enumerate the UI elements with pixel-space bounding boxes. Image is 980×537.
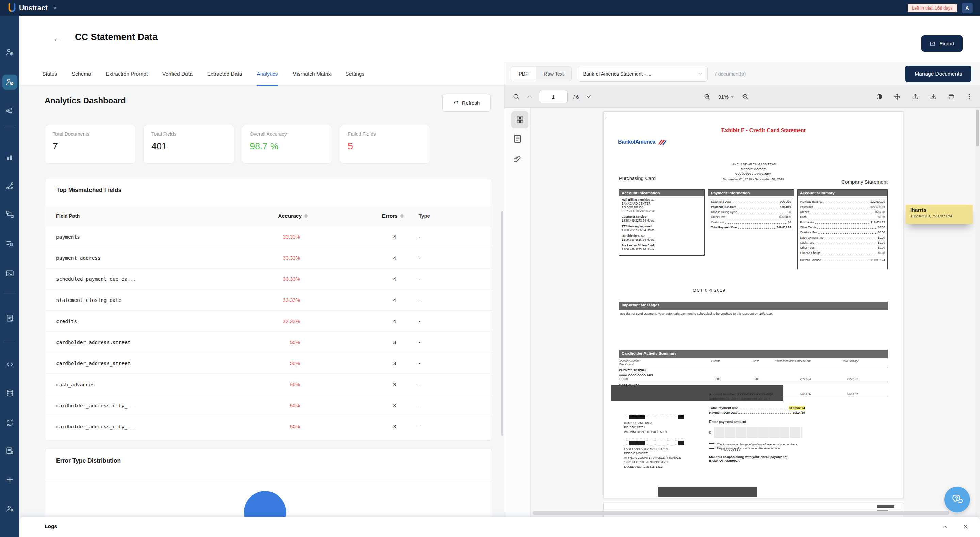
help-chat-button[interactable] [944,487,970,513]
print-icon[interactable] [948,93,955,100]
address-change-text: Check here for a change of mailing addre… [717,443,805,451]
error-distribution-title: Error Type Distribution [56,457,121,465]
tab-settings[interactable]: Settings [345,62,364,86]
coupon-period-line: September 01, 2019 - September 30, 2019 [709,397,805,400]
page-number-input[interactable] [539,90,568,104]
col-accuracy[interactable]: Accuracy [231,213,316,219]
accuracy-sort-icon[interactable] [304,214,308,218]
analytics-scrollbar[interactable] [501,211,503,436]
table-row: statement_closing_date33.33%4- [45,289,492,310]
amount-entry-boxes [714,427,802,438]
table-row: cardholder_address_city_...50%3- [45,416,492,437]
back-button[interactable]: ← [53,35,62,43]
address-change-checkbox[interactable] [709,443,714,449]
outline-icon[interactable] [513,134,522,143]
contrast-icon[interactable] [875,93,883,100]
sidebar-item-sync-icon[interactable] [5,417,15,428]
sidebar-item-dashboard-icon[interactable] [5,153,15,163]
logs-expand-chevron-up-icon[interactable] [941,523,948,530]
sidebar-item-terminal-icon[interactable] [5,268,15,278]
sidebar-item-pipelines-icon[interactable] [5,209,15,220]
refresh-icon [453,100,459,105]
upload-icon[interactable] [912,93,919,100]
pan-icon[interactable] [894,93,901,100]
annotation-note[interactable]: lharris 10/29/2019, 7:31:07 PM [906,204,972,224]
purchasing-card-heading: Purchasing Card [619,175,656,181]
sidebar-item-prompt-studio-icon[interactable] [2,75,18,89]
tab-analytics[interactable]: Analytics [256,62,278,86]
unstract-logo[interactable]: Unstract [8,3,48,13]
manage-documents-button[interactable]: Manage Documents [905,66,972,82]
sidebar-item-settings-user-icon[interactable] [5,504,15,514]
panel-divider [504,62,504,517]
enter-payment-amount-label: Enter payment amount [709,420,805,424]
sidebar-item-review-icon[interactable] [5,313,15,323]
error-distribution-pie [244,491,286,517]
text-cursor-artifact [605,114,605,119]
pdf-panel-header: PDF Raw Text Bank of America Statement -… [504,62,980,86]
sidebar-item-database-icon[interactable] [5,388,15,398]
table-row: payment_address33.33%4- [45,247,492,268]
mismatch-table-header: Field Path Accuracy Errors Type [45,206,492,226]
view-toggle-raw-text[interactable]: Raw Text [536,67,571,81]
zoom-level: 91% [718,94,729,100]
document-count: 7 document(s) [714,71,746,76]
coupon-account-line: Account Number: XXXX-XXXX-XXXX-6824 [709,392,805,396]
refresh-button[interactable]: Refresh [442,94,491,112]
tab-extracted-data[interactable]: Extracted Data [207,62,242,86]
logs-close-icon[interactable] [962,523,969,530]
sidebar-item-logs-doc-icon[interactable] [5,445,15,456]
chat-question-icon [951,493,964,506]
sidebar-item-agents-icon[interactable] [5,47,15,57]
col-errors-label: Errors [382,213,398,219]
document-select-value: Bank of America Statement - ... [583,71,651,76]
attachments-paperclip-icon[interactable] [513,155,522,163]
mismatch-title: Top Mismatched Fields [56,186,121,194]
unstract-u-icon [8,3,16,13]
document-select[interactable]: Bank of America Statement - ... [578,66,708,82]
tab-status[interactable]: Status [42,62,57,86]
avatar[interactable]: A [962,3,972,13]
tab-extraction-prompt[interactable]: Extraction Prompt [106,62,148,86]
logs-bar[interactable]: Logs [19,517,980,537]
tab-mismatch-matrix[interactable]: Mismatch Matrix [292,62,331,86]
sidebar-item-api-icon[interactable] [5,359,15,370]
next-page-chevron-down-icon[interactable] [585,93,592,100]
tab-schema[interactable]: Schema [72,62,91,86]
zoom-in-icon[interactable] [741,93,749,100]
horizontal-scrollbar[interactable] [533,511,950,515]
sidebar-item-add-icon[interactable] [5,474,15,484]
search-icon[interactable] [512,93,520,100]
errors-sort-icon[interactable] [400,214,404,218]
thumbnails-grid-icon[interactable] [511,111,528,128]
download-icon[interactable] [930,93,937,100]
more-options-kebab-icon[interactable] [966,93,973,100]
important-messages-body: ase do not send payment. Your automatic … [620,312,773,316]
stat-card-total-fields: Total Fields401 [143,125,234,164]
pdf-sidebar [504,108,531,517]
table-row: cardholder_address.street50%3- [45,331,492,352]
org-switcher-chevron-down-icon[interactable] [52,5,58,11]
table-row: cardholder_address_street50%3- [45,352,492,374]
pdf-toolbar: / 6 91% [504,86,980,108]
table-row: cash_advances50%3- [45,374,492,395]
col-errors[interactable]: Errors [316,213,412,219]
account-summary-box: Account Summary Previous Balance$22,609.… [797,189,888,269]
account-information-box: Account Information Mail Billing Inquiri… [619,189,705,256]
sidebar-item-connectors-icon[interactable] [5,181,15,191]
view-toggle-pdf[interactable]: PDF [511,67,536,81]
page-header: ← CC Statement Data Export [19,16,980,62]
tab-verified-data[interactable]: Verified Data [162,62,192,86]
zoom-out-icon[interactable] [703,93,711,100]
stat-card-overall-accuracy: Overall Accuracy98.7 % [242,125,332,164]
table-row: cardholder_address.city_...50%3- [45,395,492,416]
brand-name: Unstract [19,4,48,12]
export-button[interactable]: Export [921,35,963,52]
previous-page-chevron-up-icon[interactable] [526,93,533,100]
export-icon [930,41,935,47]
logs-label: Logs [45,523,57,529]
sidebar-item-workflows-icon[interactable] [5,105,15,116]
zoom-level-dropdown[interactable]: 91% [718,94,734,100]
sidebar-item-datasets-icon[interactable] [5,239,15,249]
vertical-scrollbar[interactable] [976,110,979,146]
